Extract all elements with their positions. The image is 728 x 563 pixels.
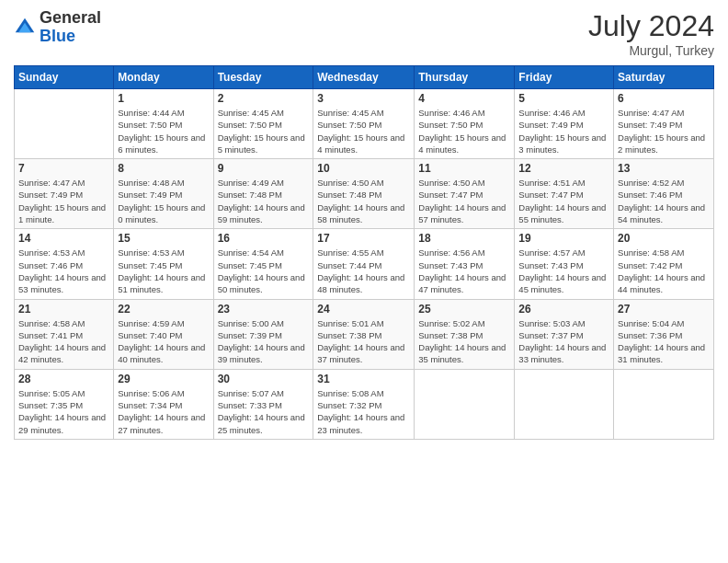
logo-general-text: General bbox=[40, 8, 101, 27]
day-number: 28 bbox=[18, 373, 109, 385]
day-info: Sunrise: 5:06 AMSunset: 7:34 PMDaylight:… bbox=[118, 387, 209, 436]
day-info: Sunrise: 4:54 AMSunset: 7:45 PMDaylight:… bbox=[218, 247, 310, 295]
calendar-cell bbox=[15, 89, 114, 159]
day-number: 22 bbox=[118, 303, 209, 316]
calendar-week-5: 28Sunrise: 5:05 AMSunset: 7:35 PMDayligh… bbox=[15, 369, 714, 439]
day-number: 26 bbox=[518, 303, 609, 316]
day-info: Sunrise: 5:08 AMSunset: 7:32 PMDaylight:… bbox=[317, 387, 410, 436]
day-number: 18 bbox=[418, 232, 510, 245]
calendar-cell: 4Sunrise: 4:46 AMSunset: 7:50 PMDaylight… bbox=[415, 89, 515, 159]
calendar-cell: 27Sunrise: 5:04 AMSunset: 7:36 PMDayligh… bbox=[614, 299, 714, 369]
day-number: 3 bbox=[317, 92, 410, 105]
logo-icon bbox=[14, 17, 36, 39]
day-info: Sunrise: 4:47 AMSunset: 7:49 PMDaylight:… bbox=[618, 107, 710, 155]
day-info: Sunrise: 5:03 AMSunset: 7:37 PMDaylight:… bbox=[518, 317, 609, 366]
calendar-cell: 9Sunrise: 4:49 AMSunset: 7:48 PMDaylight… bbox=[213, 159, 313, 229]
calendar-cell: 14Sunrise: 4:53 AMSunset: 7:46 PMDayligh… bbox=[15, 229, 114, 299]
calendar-cell: 6Sunrise: 4:47 AMSunset: 7:49 PMDaylight… bbox=[614, 89, 714, 159]
day-info: Sunrise: 4:53 AMSunset: 7:46 PMDaylight:… bbox=[18, 247, 109, 295]
day-info: Sunrise: 4:59 AMSunset: 7:40 PMDaylight:… bbox=[118, 317, 209, 366]
day-info: Sunrise: 4:56 AMSunset: 7:43 PMDaylight:… bbox=[418, 247, 510, 295]
weekday-header-wednesday: Wednesday bbox=[313, 66, 415, 89]
calendar-cell: 26Sunrise: 5:03 AMSunset: 7:37 PMDayligh… bbox=[515, 299, 614, 369]
calendar-cell bbox=[515, 369, 614, 439]
day-number: 29 bbox=[118, 373, 209, 385]
day-info: Sunrise: 4:55 AMSunset: 7:44 PMDaylight:… bbox=[317, 247, 410, 295]
day-info: Sunrise: 5:07 AMSunset: 7:33 PMDaylight:… bbox=[218, 387, 310, 436]
calendar-page: General Blue July 2024 Murgul, Turkey Su… bbox=[0, 0, 728, 563]
day-number: 19 bbox=[518, 232, 609, 245]
day-number: 12 bbox=[518, 162, 609, 175]
calendar-cell: 7Sunrise: 4:47 AMSunset: 7:49 PMDaylight… bbox=[15, 159, 114, 229]
weekday-header-monday: Monday bbox=[114, 66, 213, 89]
day-number: 23 bbox=[218, 303, 310, 316]
calendar-cell: 21Sunrise: 4:58 AMSunset: 7:41 PMDayligh… bbox=[15, 299, 114, 369]
day-number: 31 bbox=[317, 373, 410, 385]
calendar-cell: 30Sunrise: 5:07 AMSunset: 7:33 PMDayligh… bbox=[213, 369, 313, 439]
day-number: 21 bbox=[18, 303, 109, 316]
day-info: Sunrise: 4:46 AMSunset: 7:50 PMDaylight:… bbox=[418, 107, 510, 155]
logo-blue-text: Blue bbox=[40, 27, 75, 45]
calendar-cell: 20Sunrise: 4:58 AMSunset: 7:42 PMDayligh… bbox=[614, 229, 714, 299]
calendar-cell: 25Sunrise: 5:02 AMSunset: 7:38 PMDayligh… bbox=[415, 299, 515, 369]
weekday-header-saturday: Saturday bbox=[614, 66, 714, 89]
day-number: 11 bbox=[418, 162, 510, 175]
calendar-cell: 18Sunrise: 4:56 AMSunset: 7:43 PMDayligh… bbox=[415, 229, 515, 299]
header: General Blue July 2024 Murgul, Turkey bbox=[14, 9, 714, 58]
weekday-header-sunday: Sunday bbox=[15, 66, 114, 89]
calendar-cell: 23Sunrise: 5:00 AMSunset: 7:39 PMDayligh… bbox=[213, 299, 313, 369]
day-number: 30 bbox=[218, 373, 310, 385]
day-info: Sunrise: 4:53 AMSunset: 7:45 PMDaylight:… bbox=[118, 247, 209, 295]
month-year: July 2024 bbox=[588, 9, 714, 43]
calendar-cell: 2Sunrise: 4:45 AMSunset: 7:50 PMDaylight… bbox=[213, 89, 313, 159]
calendar-cell: 12Sunrise: 4:51 AMSunset: 7:47 PMDayligh… bbox=[515, 159, 614, 229]
day-number: 24 bbox=[317, 303, 410, 316]
day-info: Sunrise: 4:58 AMSunset: 7:41 PMDaylight:… bbox=[18, 317, 109, 366]
day-info: Sunrise: 5:05 AMSunset: 7:35 PMDaylight:… bbox=[18, 387, 109, 436]
calendar-cell: 28Sunrise: 5:05 AMSunset: 7:35 PMDayligh… bbox=[15, 369, 114, 439]
calendar-cell bbox=[415, 369, 515, 439]
calendar-cell: 22Sunrise: 4:59 AMSunset: 7:40 PMDayligh… bbox=[114, 299, 213, 369]
day-info: Sunrise: 4:48 AMSunset: 7:49 PMDaylight:… bbox=[118, 177, 209, 225]
calendar-table: SundayMondayTuesdayWednesdayThursdayFrid… bbox=[14, 65, 714, 440]
day-info: Sunrise: 4:46 AMSunset: 7:49 PMDaylight:… bbox=[518, 107, 609, 155]
calendar-cell bbox=[614, 369, 714, 439]
calendar-cell: 5Sunrise: 4:46 AMSunset: 7:49 PMDaylight… bbox=[515, 89, 614, 159]
day-number: 6 bbox=[618, 92, 710, 105]
day-number: 20 bbox=[618, 232, 710, 245]
day-number: 4 bbox=[418, 92, 510, 105]
weekday-header-tuesday: Tuesday bbox=[213, 66, 313, 89]
day-info: Sunrise: 5:01 AMSunset: 7:38 PMDaylight:… bbox=[317, 317, 410, 366]
day-info: Sunrise: 4:51 AMSunset: 7:47 PMDaylight:… bbox=[518, 177, 609, 225]
day-number: 14 bbox=[18, 232, 109, 245]
day-info: Sunrise: 4:49 AMSunset: 7:48 PMDaylight:… bbox=[218, 177, 310, 225]
day-number: 10 bbox=[317, 162, 410, 175]
calendar-week-2: 7Sunrise: 4:47 AMSunset: 7:49 PMDaylight… bbox=[15, 159, 714, 229]
day-number: 5 bbox=[518, 92, 609, 105]
day-number: 17 bbox=[317, 232, 410, 245]
day-info: Sunrise: 4:50 AMSunset: 7:48 PMDaylight:… bbox=[317, 177, 410, 225]
day-number: 13 bbox=[618, 162, 710, 175]
calendar-cell: 16Sunrise: 4:54 AMSunset: 7:45 PMDayligh… bbox=[213, 229, 313, 299]
day-info: Sunrise: 4:45 AMSunset: 7:50 PMDaylight:… bbox=[218, 107, 310, 155]
day-info: Sunrise: 4:58 AMSunset: 7:42 PMDaylight:… bbox=[618, 247, 710, 295]
day-number: 8 bbox=[118, 162, 209, 175]
calendar-cell: 15Sunrise: 4:53 AMSunset: 7:45 PMDayligh… bbox=[114, 229, 213, 299]
day-info: Sunrise: 4:45 AMSunset: 7:50 PMDaylight:… bbox=[317, 107, 410, 155]
day-number: 7 bbox=[18, 162, 109, 175]
day-number: 16 bbox=[218, 232, 310, 245]
day-number: 15 bbox=[118, 232, 209, 245]
weekday-header-thursday: Thursday bbox=[415, 66, 515, 89]
day-number: 9 bbox=[218, 162, 310, 175]
calendar-cell: 29Sunrise: 5:06 AMSunset: 7:34 PMDayligh… bbox=[114, 369, 213, 439]
calendar-cell: 11Sunrise: 4:50 AMSunset: 7:47 PMDayligh… bbox=[415, 159, 515, 229]
title-block: July 2024 Murgul, Turkey bbox=[588, 9, 714, 58]
day-info: Sunrise: 4:50 AMSunset: 7:47 PMDaylight:… bbox=[418, 177, 510, 225]
calendar-cell: 31Sunrise: 5:08 AMSunset: 7:32 PMDayligh… bbox=[313, 369, 415, 439]
day-info: Sunrise: 4:44 AMSunset: 7:50 PMDaylight:… bbox=[118, 107, 209, 155]
calendar-week-4: 21Sunrise: 4:58 AMSunset: 7:41 PMDayligh… bbox=[15, 299, 714, 369]
day-number: 25 bbox=[418, 303, 510, 316]
day-info: Sunrise: 5:02 AMSunset: 7:38 PMDaylight:… bbox=[418, 317, 510, 366]
weekday-header-row: SundayMondayTuesdayWednesdayThursdayFrid… bbox=[15, 66, 714, 89]
calendar-cell: 1Sunrise: 4:44 AMSunset: 7:50 PMDaylight… bbox=[114, 89, 213, 159]
